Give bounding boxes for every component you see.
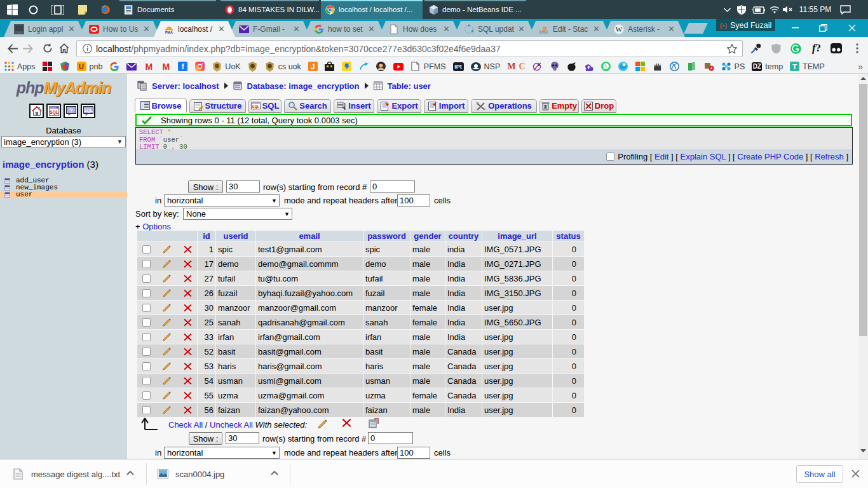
- svg-text:SQL: SQL: [252, 105, 259, 109]
- svg-text:W: W: [616, 25, 623, 33]
- svg-text:PMA: PMA: [165, 30, 173, 34]
- svg-text:SQL: SQL: [84, 108, 92, 113]
- svg-text:SQL: SQL: [50, 110, 58, 115]
- svg-text:?: ?: [69, 107, 73, 114]
